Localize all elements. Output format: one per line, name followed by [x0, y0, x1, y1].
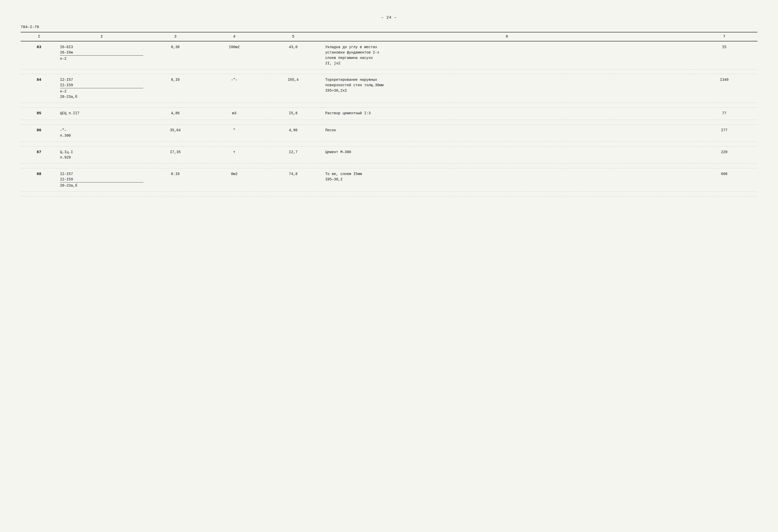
row-col3: 35,64	[146, 124, 205, 142]
header-col1: I	[20, 32, 57, 41]
row-col4: –"–	[205, 74, 264, 103]
table-row: 87Ц.Iц.Iп.929I7,35тI2,7Цемент М–300220	[20, 146, 758, 163]
row-number: 86	[20, 124, 57, 142]
row-number: 87	[20, 146, 57, 163]
row-codes: I2–I57I2–I59к–220–23а,б	[57, 74, 146, 103]
row-col4: "	[205, 124, 264, 142]
row-col3: 0,38	[146, 41, 205, 70]
row-description: Торкретирование наружныхповерхностей сте…	[323, 74, 691, 103]
row-col7: I5	[691, 41, 758, 70]
table-row: 85ЦСЦ п.II74,86м3I5,8Раствор цементный I…	[20, 107, 758, 120]
row-col4: 0м2	[205, 168, 264, 192]
page-number: – 24 –	[20, 15, 758, 20]
row-description: То же, слоем I5ммI05–30,2	[323, 168, 691, 192]
row-col4: м3	[205, 107, 264, 120]
doc-id: 704–I–76	[20, 25, 758, 29]
header-col2: 2	[57, 32, 146, 41]
header-col7: 7	[691, 32, 758, 41]
header-col3: 3	[146, 32, 205, 41]
header-col5: 5	[264, 32, 323, 41]
row-col4: I00м2	[205, 41, 264, 70]
row-codes: –"–п.300	[57, 124, 146, 142]
row-col5: 4,96	[264, 124, 323, 142]
row-col7: I340	[691, 74, 758, 103]
row-number: 85	[20, 107, 57, 120]
row-codes: Ц.Iц.Iп.929	[57, 146, 146, 163]
table-row: 83I6–6I326–I0жк–20,38I00м243,0Укладка до…	[20, 41, 758, 70]
row-col5: I2,7	[264, 146, 323, 163]
row-col7: 606	[691, 168, 758, 192]
row-codes: ЦСЦ п.II7	[57, 107, 146, 120]
header-col6: 6	[323, 32, 691, 41]
table-row: 88I2–I57I2–I5920–23а,б8.I00м274,8То же, …	[20, 168, 758, 192]
row-description: Укладка до углу в местахустановки фундам…	[323, 41, 691, 70]
row-col5: 43,0	[264, 41, 323, 70]
row-col5: I65,4	[264, 74, 323, 103]
row-number: 88	[20, 168, 57, 192]
row-number: 84	[20, 74, 57, 103]
row-codes: I2–I57I2–I5920–23а,б	[57, 168, 146, 192]
main-table: I 2 3 4 5 6 7 83I6–6I326–I0жк–20,38I00м2…	[20, 32, 758, 197]
header-col4: 4	[205, 32, 264, 41]
row-col3: 8,I0	[146, 74, 205, 103]
row-col3: 8.I0	[146, 168, 205, 192]
table-header-row: I 2 3 4 5 6 7	[20, 32, 758, 41]
row-col4: т	[205, 146, 264, 163]
table-row: 84I2–I57I2–I59к–220–23а,б8,I0–"–I65,4Тор…	[20, 74, 758, 103]
row-col7: I77	[691, 124, 758, 142]
row-col3: 4,86	[146, 107, 205, 120]
row-col7: 77	[691, 107, 758, 120]
row-description: Песок	[323, 124, 691, 142]
row-col7: 220	[691, 146, 758, 163]
row-col5: 74,8	[264, 168, 323, 192]
row-number: 83	[20, 41, 57, 70]
row-codes: I6–6I326–I0жк–2	[57, 41, 146, 70]
row-col5: I5,8	[264, 107, 323, 120]
table-row: 86–"–п.30035,64"4,96ПесокI77	[20, 124, 758, 142]
row-description: Раствор цементный I:3	[323, 107, 691, 120]
row-col3: I7,35	[146, 146, 205, 163]
row-description: Цемент М–300	[323, 146, 691, 163]
